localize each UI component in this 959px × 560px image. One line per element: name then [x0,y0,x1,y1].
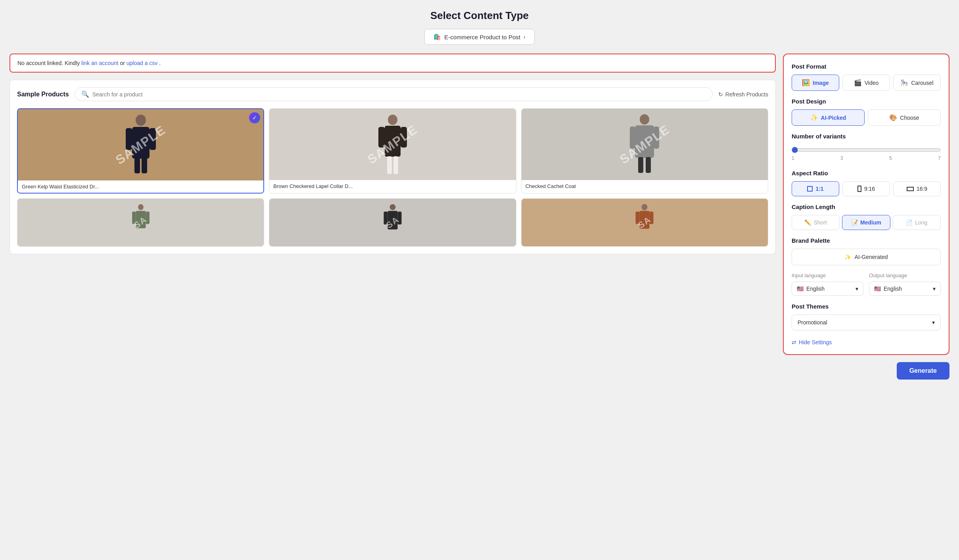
svg-rect-11 [393,156,398,174]
variants-label: Number of variants [792,133,941,140]
format-carousel-button[interactable]: 🎠 Carousel [893,75,941,91]
alert-box: No account linked. Kindly link an accoun… [10,54,776,73]
ratio-16-9-icon [907,187,914,191]
input-language-label: Input language [792,272,863,278]
refresh-products-button[interactable]: ↻ Refresh Products [718,91,768,98]
caption-long-label: Long [915,219,927,226]
products-header: Sample Products 🔍 ↻ Refresh Products [17,87,768,101]
page-title: Select Content Type [10,10,949,22]
variants-slider[interactable] [792,147,941,153]
svg-point-26 [642,204,648,210]
output-lang-chevron: ▾ [933,286,936,292]
content-type-button[interactable]: 🛍️ E-commerce Product to Post › [424,29,534,45]
brand-palette-button[interactable]: ✨ AI-Generated [792,249,941,265]
ratio-16-9-button[interactable]: 16:9 [893,181,941,196]
product-card[interactable]: SAMPLE Checked Cachet Coat [521,108,768,194]
right-panel: Post Format 🖼️ Image 🎬 Video 🎠 Carousel … [783,54,949,355]
product-image: SAMPLE ✓ [18,109,263,180]
product-name: Brown Checkered Lapel Collar D... [269,180,516,192]
chevron-right-icon: › [524,34,526,40]
link-account-link[interactable]: link an account [81,60,118,66]
svg-rect-9 [401,127,407,148]
product-name: Green Kelp Waist Elasticized Dr... [18,180,263,193]
output-language-col: Output language 🇺🇸 English ▾ [869,272,941,296]
product-image: SAMPLE [522,109,768,180]
caption-length-label: Caption Length [792,203,941,210]
ratio-9-16-label: 9:16 [864,186,875,192]
design-ai-picked-label: AI-Picked [821,115,846,121]
input-lang-value: English [806,286,825,292]
output-lang-value: English [884,286,902,292]
input-lang-flag: 🇺🇸 [797,286,804,292]
choose-icon: 🎨 [889,114,897,121]
product-card[interactable]: SAMPLE ✓ Green Kelp Waist Elasticized Dr… [17,108,264,194]
content-type-icon: 🛍️ [433,33,441,40]
product-image: SA [17,199,264,246]
caption-medium-button[interactable]: 📝 Medium [842,215,890,230]
selected-badge: ✓ [249,112,260,123]
product-card[interactable]: SA [521,198,768,247]
svg-rect-21 [146,212,149,224]
product-figure [627,203,662,242]
output-language-select[interactable]: 🇺🇸 English ▾ [869,282,941,296]
design-choose-button[interactable]: 🎨 Choose [868,109,941,126]
svg-rect-24 [384,212,387,225]
ai-generated-icon: ✨ [844,254,851,260]
alert-text-after: . [159,60,161,66]
input-language-select[interactable]: 🇺🇸 English ▾ [792,282,863,296]
image-icon: 🖼️ [802,79,810,86]
svg-point-6 [388,115,397,125]
post-themes-value: Promotional [798,319,827,326]
language-row: Input language 🇺🇸 English ▾ Output langu… [792,272,941,296]
generate-button[interactable]: Generate [897,362,949,380]
caption-short-label: Short [813,219,827,226]
format-video-button[interactable]: 🎬 Video [842,75,890,91]
ratio-1-1-icon [807,186,813,192]
output-language-label: Output language [869,272,941,278]
search-box[interactable]: 🔍 [75,87,713,101]
design-ai-picked-button[interactable]: ✨ AI-Picked [792,109,865,126]
caption-medium-label: Medium [860,219,881,226]
product-image: SA [522,199,768,246]
post-themes-select[interactable]: Promotional ▾ [792,315,941,330]
format-image-button[interactable]: 🖼️ Image [792,75,839,91]
caption-short-button[interactable]: ✏️ Short [792,215,840,230]
svg-rect-4 [134,157,140,173]
svg-rect-29 [650,212,654,224]
left-panel: No account linked. Kindly link an accoun… [10,54,776,254]
caption-long-button[interactable]: 📄 Long [893,215,941,230]
svg-rect-10 [387,156,392,174]
generate-wrap: Generate [10,362,949,380]
svg-rect-8 [378,127,385,148]
svg-rect-28 [636,212,640,224]
ratio-9-16-button[interactable]: 9:16 [842,181,890,196]
input-lang-left: 🇺🇸 English [797,286,825,292]
product-card[interactable]: SA [269,198,516,247]
product-image: SAMPLE [269,109,516,180]
ratio-1-1-button[interactable]: 1:1 [792,181,839,196]
brand-palette-btn-label: AI-Generated [854,254,888,260]
alert-text-before: No account linked. Kindly [17,60,81,66]
search-input[interactable] [92,91,706,98]
format-image-label: Image [813,80,829,86]
svg-rect-27 [640,211,650,229]
products-grid: SAMPLE ✓ Green Kelp Waist Elasticized Dr… [17,108,768,247]
video-icon: 🎬 [854,79,862,86]
product-card[interactable]: SAMPLE Brown Checkered Lapel Collar D... [269,108,516,194]
post-themes-label: Post Themes [792,303,941,310]
svg-rect-16 [638,157,643,173]
variants-section: Number of variants 1 3 5 7 [792,133,941,163]
product-card[interactable]: SA [17,198,264,247]
content-type-label: E-commerce Product to Post [444,34,520,40]
ai-picked-icon: ✨ [810,114,818,121]
ratio-9-16-icon [857,186,861,192]
hide-settings-button[interactable]: ⇄ Hide Settings [792,338,832,347]
output-lang-left: 🇺🇸 English [874,286,902,292]
product-figure [375,113,410,176]
upload-csv-link[interactable]: upload a csv [127,60,158,66]
product-name: Checked Cachet Coat [522,180,768,192]
svg-point-0 [136,115,146,126]
content-type-bar: 🛍️ E-commerce Product to Post › [10,29,949,45]
medium-icon: 📝 [851,219,858,226]
carousel-icon: 🎠 [900,79,908,86]
